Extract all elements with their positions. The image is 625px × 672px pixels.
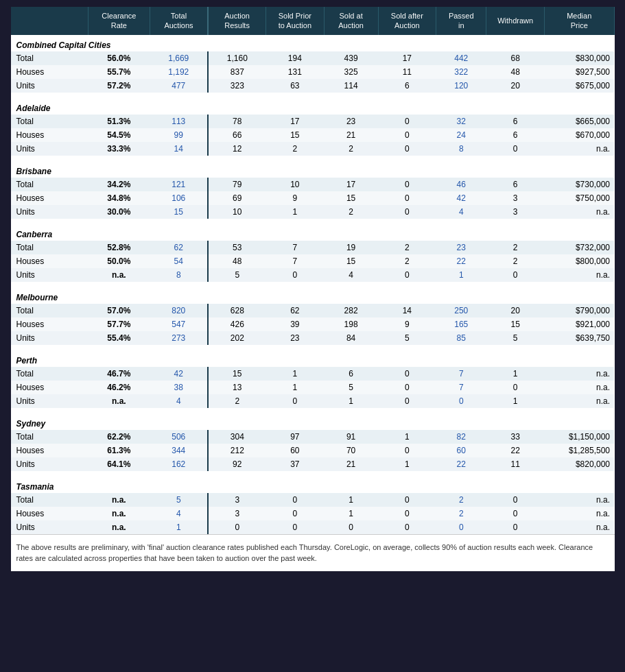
passed-in-cell: 22 <box>436 254 486 268</box>
sold-prior-cell: 194 <box>266 51 325 65</box>
row-label: Units <box>11 142 89 156</box>
withdrawn-cell: 3 <box>486 191 545 205</box>
withdrawn-cell: 1 <box>486 394 545 408</box>
col-header-withdrawn: Withdrawn <box>486 7 545 35</box>
sold-prior-cell: 1 <box>266 205 325 219</box>
sold-at-cell: 15 <box>324 254 378 268</box>
total-auctions-cell: 42 <box>150 367 208 381</box>
spacer-row <box>11 93 615 98</box>
sold-at-cell: 1 <box>324 394 378 408</box>
section-header-combined-capital-cities: Combined Capital Cities <box>11 35 615 51</box>
table-header: ClearanceRate TotalAuctions AuctionResul… <box>11 7 615 35</box>
passed-in-cell: 46 <box>436 178 486 191</box>
median-price-cell: $830,000 <box>544 51 614 65</box>
total-auctions-cell: 162 <box>150 457 208 471</box>
sold-prior-cell: 7 <box>266 254 325 268</box>
sold-after-cell: 0 <box>378 178 436 191</box>
sold-at-cell: 23 <box>324 115 378 128</box>
footnote: The above results are preliminary, with … <box>11 534 615 571</box>
sold-prior-cell: 1 <box>266 367 325 381</box>
sold-after-cell: 5 <box>378 331 436 345</box>
sold-prior-cell: 39 <box>266 317 325 331</box>
sold-after-cell: 0 <box>378 142 436 156</box>
passed-in-cell: 0 <box>436 394 486 408</box>
sold-after-cell: 0 <box>378 394 436 408</box>
total-auctions-cell: 4 <box>150 394 208 408</box>
auction-results-cell: 69 <box>208 191 266 205</box>
table-row: Total57.0%820628622821425020$790,000 <box>11 304 615 317</box>
sold-after-cell: 0 <box>378 493 436 507</box>
table-row: Houses54.5%996615210246$670,000 <box>11 128 615 142</box>
withdrawn-cell: 2 <box>486 254 545 268</box>
table-row: Houses55.7%1,1928371313251132248$927,500 <box>11 65 615 79</box>
withdrawn-cell: 22 <box>486 444 545 457</box>
passed-in-cell: 60 <box>436 444 486 457</box>
clearance-rate-cell: 57.0% <box>88 304 150 317</box>
auction-results-cell: 0 <box>208 520 266 534</box>
table-row: Houses50.0%54487152222$800,000 <box>11 254 615 268</box>
auction-results-cell: 12 <box>208 142 266 156</box>
median-price-cell: n.a. <box>544 381 614 394</box>
clearance-rate-cell: 64.1% <box>88 457 150 471</box>
sold-after-cell: 2 <box>378 241 436 254</box>
table-row: Units57.2%47732363114612020$675,000 <box>11 79 615 93</box>
sold-after-cell: 0 <box>378 520 436 534</box>
sold-at-cell: 198 <box>324 317 378 331</box>
sold-prior-cell: 131 <box>266 65 325 79</box>
table-row: Total56.0%1,6691,1601944391744268$830,00… <box>11 51 615 65</box>
row-label: Houses <box>11 381 89 394</box>
auction-results-cell: 212 <box>208 444 266 457</box>
row-label: Total <box>11 367 89 381</box>
withdrawn-cell: 33 <box>486 430 545 444</box>
auction-results-cell: 426 <box>208 317 266 331</box>
withdrawn-cell: 68 <box>486 51 545 65</box>
sold-after-cell: 0 <box>378 191 436 205</box>
passed-in-cell: 250 <box>436 304 486 317</box>
sold-at-cell: 2 <box>324 142 378 156</box>
auction-results-cell: 78 <box>208 115 266 128</box>
median-price-cell: $670,000 <box>544 128 614 142</box>
sold-prior-cell: 15 <box>266 128 325 142</box>
clearance-rate-cell: 62.2% <box>88 430 150 444</box>
median-price-cell: $1,285,500 <box>544 444 614 457</box>
spacer-row <box>11 282 615 287</box>
col-header-clearance-rate: ClearanceRate <box>88 7 150 35</box>
sold-at-cell: 21 <box>324 457 378 471</box>
table-row: Units30.0%151012043n.a. <box>11 205 615 219</box>
passed-in-cell: 85 <box>436 331 486 345</box>
row-label: Units <box>11 79 89 93</box>
median-price-cell: $790,000 <box>544 304 614 317</box>
section-header-tasmania: Tasmania <box>11 477 615 493</box>
row-label: Total <box>11 178 89 191</box>
sold-prior-cell: 0 <box>266 268 325 282</box>
sold-after-cell: 0 <box>378 115 436 128</box>
sold-after-cell: 0 <box>378 381 436 394</box>
table-row: Total46.7%421516071n.a. <box>11 367 615 381</box>
col-header-median-price: MedianPrice <box>544 7 614 35</box>
clearance-rate-cell: n.a. <box>88 268 150 282</box>
section-header-perth: Perth <box>11 350 615 367</box>
sold-prior-cell: 9 <box>266 191 325 205</box>
col-header-passed-in: Passedin <box>436 7 486 35</box>
auction-results-table: ClearanceRate TotalAuctions AuctionResul… <box>11 7 615 571</box>
passed-in-cell: 0 <box>436 520 486 534</box>
row-label: Total <box>11 304 89 317</box>
passed-in-cell: 82 <box>436 430 486 444</box>
passed-in-cell: 2 <box>436 507 486 520</box>
withdrawn-cell: 3 <box>486 205 545 219</box>
sold-prior-cell: 7 <box>266 241 325 254</box>
total-auctions-cell: 14 <box>150 142 208 156</box>
sold-prior-cell: 2 <box>266 142 325 156</box>
auction-results-cell: 13 <box>208 381 266 394</box>
passed-in-cell: 24 <box>436 128 486 142</box>
row-label: Total <box>11 51 89 65</box>
table-row: Houses46.2%381315070n.a. <box>11 381 615 394</box>
table-row: Unitsn.a.4201001n.a. <box>11 394 615 408</box>
sold-prior-cell: 97 <box>266 430 325 444</box>
sold-at-cell: 0 <box>324 520 378 534</box>
row-label: Houses <box>11 65 89 79</box>
median-price-cell: n.a. <box>544 493 614 507</box>
table-row: Total34.2%1217910170466$730,000 <box>11 178 615 191</box>
total-auctions-cell: 1,669 <box>150 51 208 65</box>
sold-after-cell: 1 <box>378 457 436 471</box>
